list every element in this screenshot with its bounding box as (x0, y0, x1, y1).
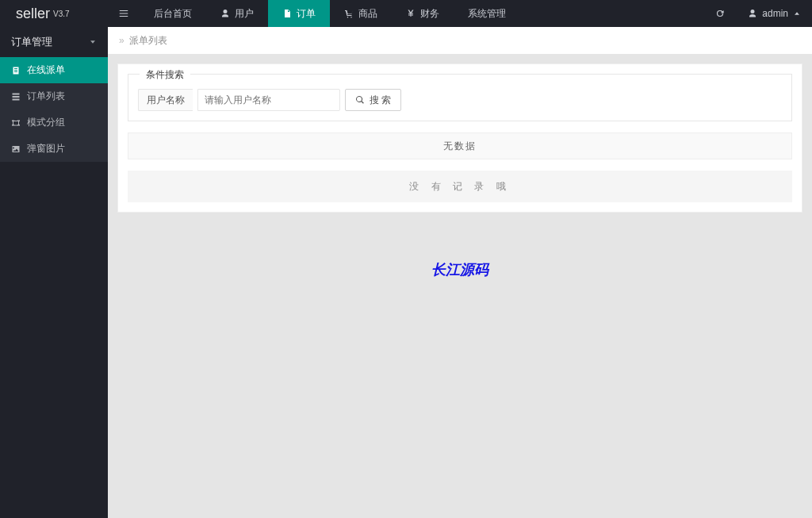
current-tab-label[interactable]: 派单列表 (129, 34, 167, 48)
nav-label: 财务 (420, 7, 439, 21)
top-nav: 后台首页 用户 订单 商品 财务 系统管理 (140, 0, 520, 27)
nav-label: 订单 (297, 7, 316, 21)
user-icon (748, 9, 757, 18)
nav-label: 系统管理 (468, 7, 506, 21)
panel: 条件搜索 用户名称 搜 索 无数据 没 有 记 录 哦 (117, 63, 802, 213)
table-header-text: 无数据 (443, 140, 477, 153)
brand-version: V3.7 (53, 10, 70, 18)
image-icon (11, 144, 21, 154)
user-name: admin (762, 8, 788, 19)
search-icon (355, 95, 365, 105)
list-icon (11, 92, 21, 102)
sidebar-group-label: 订单管理 (11, 35, 52, 49)
sidebar-item-dispatch-online[interactable]: 在线派单 (0, 57, 108, 83)
table-header-nodata: 无数据 (128, 132, 792, 159)
sidebar-item-label: 弹窗图片 (27, 142, 65, 155)
sidebar-item-order-list[interactable]: 订单列表 (0, 83, 108, 109)
table-empty-text: 没 有 记 录 哦 (409, 180, 510, 194)
sidebar-item-popup-image[interactable]: 弹窗图片 (0, 136, 108, 162)
watermark-text: 长江源码 (117, 260, 802, 279)
user-menu[interactable]: admin (737, 0, 812, 27)
brand-logo: seller V3.7 (0, 0, 108, 27)
yen-icon (406, 9, 416, 18)
order-icon (282, 9, 292, 18)
sidebar-group-orders[interactable]: 订单管理 (0, 27, 108, 57)
double-chevron-right-icon: » (119, 35, 124, 46)
file-icon (11, 66, 21, 75)
header-right: admin (703, 0, 812, 27)
top-header: seller V3.7 后台首页 用户 订单 商品 财务 系统管理 (0, 0, 812, 27)
nav-home[interactable]: 后台首页 (140, 0, 206, 27)
search-button-label: 搜 索 (370, 94, 391, 107)
refresh-icon (714, 8, 726, 19)
search-button[interactable]: 搜 索 (345, 89, 401, 111)
nav-orders[interactable]: 订单 (268, 0, 330, 27)
group-icon (11, 118, 21, 128)
chevron-down-icon (89, 38, 97, 46)
username-input[interactable] (197, 89, 340, 111)
main-area: » 派单列表 条件搜索 用户名称 搜 索 无数据 没 有 记 录 哦 (108, 27, 812, 518)
fieldset-title: 条件搜索 (140, 68, 190, 82)
hamburger-toggle[interactable] (108, 0, 140, 27)
nav-finance[interactable]: 财务 (392, 0, 454, 27)
sidebar-item-label: 在线派单 (27, 63, 65, 77)
search-fieldset: 条件搜索 用户名称 搜 索 (128, 74, 792, 121)
nav-label: 后台首页 (154, 7, 192, 21)
search-addon-label: 用户名称 (138, 89, 193, 111)
hamburger-icon (118, 8, 129, 19)
nav-system[interactable]: 系统管理 (454, 0, 520, 27)
sidebar-item-mode-group[interactable]: 模式分组 (0, 109, 108, 136)
nav-label: 商品 (358, 7, 377, 21)
search-row: 用户名称 搜 索 (138, 89, 782, 111)
content-area: 条件搜索 用户名称 搜 索 无数据 没 有 记 录 哦 长江源码 (108, 54, 812, 289)
nav-products[interactable]: 商品 (330, 0, 392, 27)
nav-users[interactable]: 用户 (206, 0, 268, 27)
breadcrumb-tabbar: » 派单列表 (108, 27, 812, 54)
refresh-button[interactable] (703, 0, 737, 27)
brand-name: seller (16, 6, 50, 22)
sidebar-item-label: 订单列表 (27, 90, 65, 103)
nav-label: 用户 (235, 7, 254, 21)
table-empty-row: 没 有 记 录 哦 (128, 171, 792, 202)
user-icon (220, 9, 230, 18)
sidebar-item-label: 模式分组 (27, 116, 65, 129)
cart-icon (344, 9, 354, 18)
chevron-up-icon (793, 10, 801, 17)
sidebar: 订单管理 在线派单 订单列表 模式分组 弹窗图片 (0, 27, 108, 518)
